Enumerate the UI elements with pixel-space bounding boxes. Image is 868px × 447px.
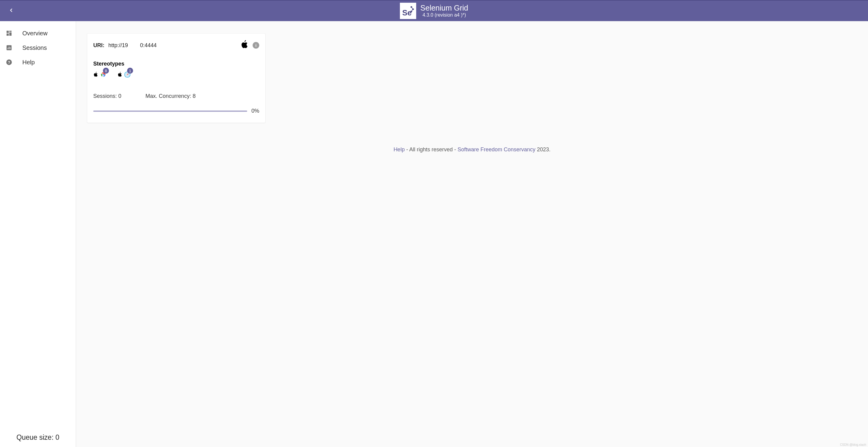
watermark: CSDN @blog.xiaoh — [840, 443, 866, 446]
dashboard-icon — [5, 30, 13, 37]
info-button[interactable]: i — [253, 42, 259, 49]
stereotypes-row: 8 1 — [93, 71, 259, 79]
svg-rect-8 — [9, 31, 11, 32]
apple-icon — [117, 72, 122, 79]
footer-sfc-link[interactable]: Software Freedom Conservancy — [458, 147, 535, 152]
svg-rect-7 — [7, 31, 9, 33]
svg-text:Se: Se — [402, 8, 412, 17]
svg-rect-13 — [9, 47, 9, 49]
svg-rect-14 — [10, 47, 10, 49]
node-uri: URI: http://190:4444 — [93, 42, 157, 49]
assessment-icon — [5, 44, 13, 51]
concurrency-stat: Max. Concurrency: 8 — [146, 93, 195, 99]
sidebar-item-overview[interactable]: Overview — [0, 26, 76, 40]
queue-size: Queue size: 0 — [0, 428, 76, 447]
help-icon: ? — [5, 59, 13, 66]
stereotypes-heading: Stereotypes — [93, 61, 259, 67]
svg-rect-9 — [9, 32, 11, 36]
stereotype-chrome: 8 — [93, 71, 106, 79]
footer-help-link[interactable]: Help — [394, 147, 405, 152]
footer: Help - All rights reserved - Software Fr… — [87, 147, 857, 153]
progress-pct: 0% — [251, 108, 259, 114]
sidebar-item-sessions[interactable]: Sessions — [0, 40, 76, 55]
svg-rect-10 — [7, 33, 9, 36]
sidebar-item-label: Overview — [22, 30, 48, 37]
version-text: 4.3.0 (revision a4 )*) — [421, 12, 468, 18]
stereotype-safari: 1 — [117, 71, 131, 79]
usage-progress: 0% — [93, 108, 259, 114]
sidebar: Overview Sessions ? Help Queue size: 0 — [0, 21, 76, 447]
svg-point-19 — [103, 74, 104, 76]
sidebar-item-label: Help — [22, 59, 35, 66]
count-badge: 1 — [127, 68, 133, 74]
sidebar-item-label: Sessions — [22, 44, 47, 51]
apple-icon — [93, 72, 98, 79]
progress-bar — [93, 111, 247, 112]
selenium-logo-icon: Se — [401, 4, 415, 18]
apple-icon — [241, 40, 248, 51]
app-header: Se Selenium Grid 4.3.0 (revision a4 )*) — [0, 0, 868, 21]
header-center: Se Selenium Grid 4.3.0 (revision a4 )*) — [400, 3, 468, 19]
chevron-left-icon — [8, 7, 14, 13]
node-card: URI: http://190:4444 i Stereotypes — [87, 33, 266, 123]
svg-rect-12 — [7, 48, 8, 49]
sidebar-item-help[interactable]: ? Help — [0, 55, 76, 69]
back-button[interactable] — [8, 7, 14, 14]
svg-text:?: ? — [8, 60, 10, 65]
page-title: Selenium Grid — [421, 4, 468, 12]
main-content: URI: http://190:4444 i Stereotypes — [76, 21, 868, 447]
count-badge: 8 — [103, 68, 109, 74]
selenium-logo: Se — [400, 3, 416, 19]
sessions-stat: Sessions: 0 — [93, 93, 121, 99]
